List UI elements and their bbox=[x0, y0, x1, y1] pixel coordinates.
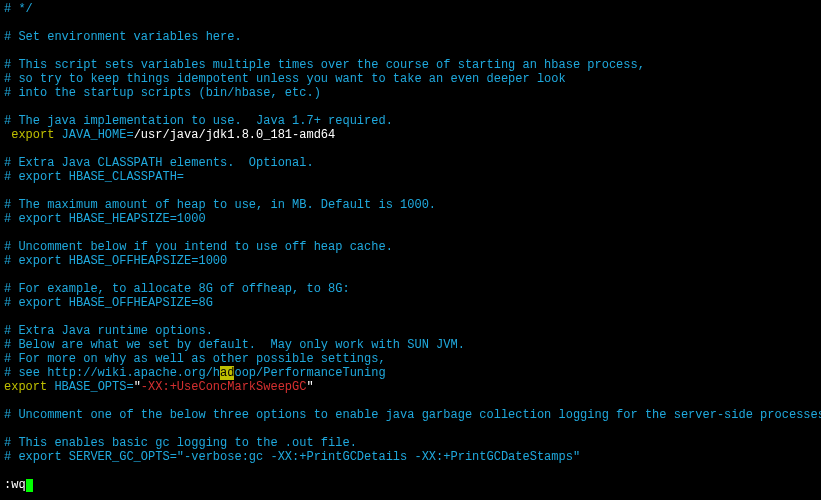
comment-line: # so try to keep things idempotent unles… bbox=[4, 72, 817, 86]
command-line[interactable]: :wq bbox=[4, 478, 817, 492]
comment-text: # see http://wiki.apache.org/h bbox=[4, 366, 220, 380]
export-keyword: export bbox=[4, 380, 47, 394]
comment-line: # export HBASE_CLASSPATH= bbox=[4, 170, 817, 184]
comment-line: # export SERVER_GC_OPTS="-verbose:gc -XX… bbox=[4, 450, 817, 464]
comment-line: # Set environment variables here. bbox=[4, 30, 817, 44]
search-highlight: ad bbox=[220, 366, 234, 380]
comment-line: # Uncomment below if you intend to use o… bbox=[4, 240, 817, 254]
blank-line bbox=[4, 422, 817, 436]
comment-line: # This script sets variables multiple ti… bbox=[4, 58, 817, 72]
blank-line bbox=[4, 464, 817, 478]
blank-line bbox=[4, 100, 817, 114]
comment-line: # Extra Java runtime options. bbox=[4, 324, 817, 338]
comment-text: oop/PerformanceTuning bbox=[234, 366, 385, 380]
comment-line: # export HBASE_HEAPSIZE=1000 bbox=[4, 212, 817, 226]
blank-line bbox=[4, 310, 817, 324]
comment-line: # export HBASE_OFFHEAPSIZE=8G bbox=[4, 296, 817, 310]
comment-line: # Below are what we set by default. May … bbox=[4, 338, 817, 352]
comment-line: # */ bbox=[4, 2, 817, 16]
blank-line bbox=[4, 142, 817, 156]
quote: " bbox=[134, 380, 141, 394]
blank-line bbox=[4, 16, 817, 30]
comment-line: # For more on why as well as other possi… bbox=[4, 352, 817, 366]
var-value: /usr/java/jdk1.8.0_181-amd64 bbox=[134, 128, 336, 142]
export-keyword: export bbox=[11, 128, 54, 142]
comment-line: # export HBASE_OFFHEAPSIZE=1000 bbox=[4, 254, 817, 268]
vim-command: :wq bbox=[4, 478, 26, 492]
quote: " bbox=[306, 380, 313, 394]
editor-viewport[interactable]: # */ # Set environment variables here. #… bbox=[4, 2, 817, 492]
cursor bbox=[26, 479, 33, 492]
string-value: -XX:+UseConcMarkSweepGC bbox=[141, 380, 307, 394]
comment-line: # For example, to allocate 8G of offheap… bbox=[4, 282, 817, 296]
blank-line bbox=[4, 394, 817, 408]
comment-line: # Uncomment one of the below three optio… bbox=[4, 408, 817, 422]
var-assign: HBASE_OPTS= bbox=[47, 380, 133, 394]
comment-line: # The java implementation to use. Java 1… bbox=[4, 114, 817, 128]
comment-line: # The maximum amount of heap to use, in … bbox=[4, 198, 817, 212]
blank-line bbox=[4, 184, 817, 198]
blank-line bbox=[4, 226, 817, 240]
comment-line: # Extra Java CLASSPATH elements. Optiona… bbox=[4, 156, 817, 170]
export-line: export HBASE_OPTS="-XX:+UseConcMarkSweep… bbox=[4, 380, 817, 394]
blank-line bbox=[4, 268, 817, 282]
comment-line: # into the startup scripts (bin/hbase, e… bbox=[4, 86, 817, 100]
export-line: export JAVA_HOME=/usr/java/jdk1.8.0_181-… bbox=[4, 128, 817, 142]
blank-line bbox=[4, 44, 817, 58]
var-assign: JAVA_HOME= bbox=[54, 128, 133, 142]
comment-line: # This enables basic gc logging to the .… bbox=[4, 436, 817, 450]
comment-line: # see http://wiki.apache.org/hadoop/Perf… bbox=[4, 366, 817, 380]
